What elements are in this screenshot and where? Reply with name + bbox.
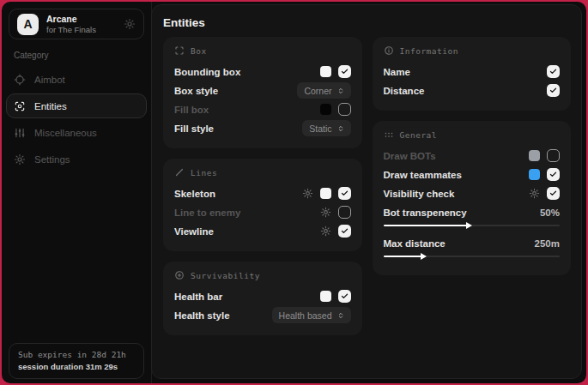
main-panel: Entities Box Bounding box <box>151 4 582 379</box>
lines-card-header: Lines <box>174 167 351 177</box>
sidebar-item-label: Miscellaneous <box>34 128 97 138</box>
checkbox[interactable] <box>547 65 560 78</box>
health-cross-icon <box>174 270 185 280</box>
app-subtitle: for The Finals <box>46 25 96 35</box>
cards-grid: Box Bounding box Box style <box>152 29 581 335</box>
checkbox[interactable] <box>547 187 560 200</box>
setting-label: Fill style <box>174 123 214 134</box>
lines-card: Lines Skeleton <box>163 159 362 251</box>
slider-label-row: Bot transpenency 50% <box>384 203 561 221</box>
information-card-header: Information <box>384 45 561 56</box>
box-corners-icon <box>174 45 185 56</box>
box-card-header: Box <box>174 45 351 56</box>
slider-value: 250m <box>535 238 560 249</box>
checkbox[interactable] <box>338 103 351 116</box>
health-style-dropdown[interactable]: Health based <box>272 307 351 323</box>
checkbox[interactable] <box>338 290 351 303</box>
unfold-icon <box>337 87 344 95</box>
survivability-card: Survivability Health bar Health style <box>163 262 362 335</box>
information-card: Information Name Distance <box>373 37 572 111</box>
sidebar-item-aimbot[interactable]: Aimbot <box>6 67 147 92</box>
app-logo: A <box>17 14 39 35</box>
setting-row: Health style Health based <box>174 306 351 324</box>
slider-fill <box>384 225 469 226</box>
survivability-card-header: Survivability <box>174 270 351 280</box>
app-name: Arcane <box>46 14 96 25</box>
general-card-header: General <box>384 129 561 140</box>
setting-row: Health bar <box>174 287 351 305</box>
setting-row: Line to enemy <box>174 203 351 221</box>
sub-expiry-text: Sub expires in 28d 21h <box>18 350 135 359</box>
color-swatch[interactable] <box>320 188 331 199</box>
crosshair-icon <box>14 74 26 86</box>
sidebar-item-label: Aimbot <box>34 75 65 85</box>
bot-transparency-slider[interactable] <box>384 225 561 226</box>
app-header: A Arcane for The Finals <box>9 9 144 39</box>
max-distance-slider[interactable] <box>384 256 561 257</box>
gear-icon[interactable] <box>320 226 331 237</box>
general-card: General Draw BOTs Draw teammates <box>373 121 572 275</box>
left-column: Box Bounding box Box style <box>163 37 362 335</box>
info-icon <box>384 45 394 56</box>
setting-label: Name <box>384 67 410 77</box>
app-frame: A Arcane for The Finals Category <box>0 0 588 385</box>
sidebar-item-entities[interactable]: Entities <box>6 93 147 118</box>
session-duration-text: session duration 31m 29s <box>18 362 135 371</box>
gear-icon <box>14 153 26 165</box>
checkbox[interactable] <box>547 84 560 97</box>
setting-row: Draw teammates <box>384 165 561 183</box>
setting-label: Skeleton <box>174 189 215 199</box>
gear-icon[interactable] <box>302 188 313 199</box>
setting-row: Skeleton <box>174 184 351 202</box>
color-swatch[interactable] <box>529 150 540 161</box>
color-swatch[interactable] <box>320 291 331 302</box>
color-swatch[interactable] <box>529 169 540 180</box>
checkbox[interactable] <box>547 168 560 181</box>
setting-label: Distance <box>384 86 425 96</box>
setting-row: Bounding box <box>174 63 351 81</box>
checkbox[interactable] <box>338 65 351 78</box>
subscription-info: Sub expires in 28d 21h session duration … <box>9 343 144 379</box>
setting-label: Health style <box>174 310 230 321</box>
setting-row: Visibility check <box>384 184 561 202</box>
setting-label: Bounding box <box>174 67 240 77</box>
setting-label: Line to enemy <box>174 208 240 218</box>
sidebar-item-settings[interactable]: Settings <box>6 147 147 171</box>
category-label: Category <box>14 51 151 60</box>
sidebar-nav: Aimbot Entities <box>2 67 151 171</box>
checkbox[interactable] <box>338 187 351 200</box>
slider-fill <box>384 256 422 257</box>
page-title: Entities <box>152 5 581 29</box>
color-swatch[interactable] <box>320 66 331 77</box>
setting-label: Viewline <box>174 226 214 237</box>
setting-label: Visibility check <box>384 189 455 199</box>
setting-label: Draw BOTs <box>384 151 436 161</box>
checkbox[interactable] <box>338 206 351 219</box>
setting-label: Max distance <box>384 238 446 249</box>
setting-label: Fill box <box>174 105 209 115</box>
sliders-icon <box>14 127 26 139</box>
checkbox[interactable] <box>338 225 351 238</box>
setting-row: Box style Corner <box>174 81 351 99</box>
right-column: Information Name Distance <box>373 37 572 275</box>
sidebar-item-miscellaneous[interactable]: Miscellaneous <box>6 120 147 145</box>
sidebar-item-label: Settings <box>34 154 70 165</box>
unfold-icon <box>337 311 344 320</box>
unfold-icon <box>337 124 344 133</box>
box-style-dropdown[interactable]: Corner <box>297 82 350 99</box>
box-card: Box Bounding box Box style <box>163 37 362 148</box>
slider-value: 50% <box>540 208 560 218</box>
checkbox[interactable] <box>547 149 560 162</box>
gear-icon[interactable] <box>320 207 331 218</box>
fill-style-dropdown[interactable]: Static <box>302 120 350 136</box>
setting-row: Distance <box>384 81 561 99</box>
setting-row: Fill box <box>174 100 351 118</box>
setting-row: Fill style Static <box>174 119 351 137</box>
app-window: A Arcane for The Finals Category <box>2 2 586 383</box>
gear-icon[interactable] <box>124 18 136 30</box>
sidebar-item-label: Entities <box>34 101 67 111</box>
grid-dots-icon <box>384 129 394 140</box>
gear-icon[interactable] <box>529 188 540 199</box>
setting-row: Draw BOTs <box>384 147 561 165</box>
color-swatch[interactable] <box>320 104 331 115</box>
